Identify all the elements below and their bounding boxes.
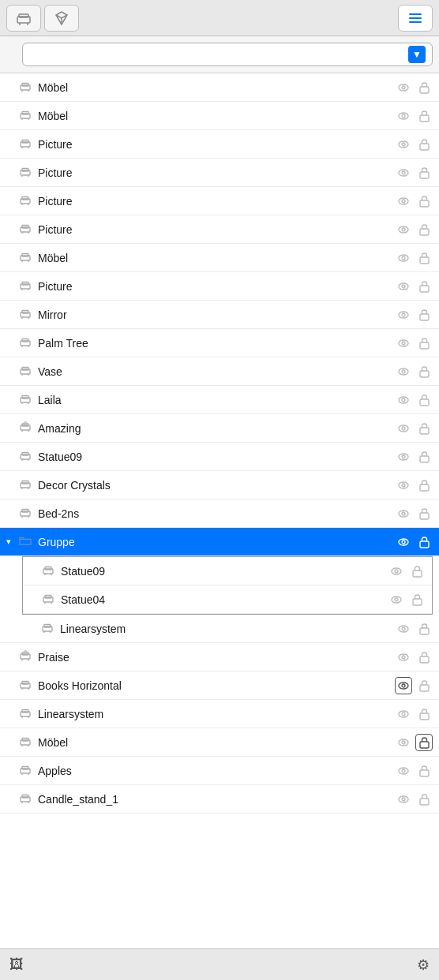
visibility-icon[interactable] (395, 505, 412, 522)
lock-icon[interactable] (415, 79, 433, 96)
list-item[interactable]: Palm Tree (0, 329, 439, 357)
lock-icon[interactable] (415, 164, 433, 181)
visibility-icon[interactable] (395, 249, 412, 267)
list-item[interactable]: Praise (0, 643, 439, 671)
furniture-icon (19, 364, 33, 379)
lock-icon[interactable] (415, 193, 433, 210)
visibility-icon[interactable] (395, 79, 412, 96)
list-item[interactable]: Picture (0, 159, 439, 187)
lock-icon[interactable] (415, 734, 433, 751)
item-actions (395, 505, 433, 522)
visibility-icon[interactable] (395, 107, 412, 125)
visibility-icon[interactable] (388, 591, 405, 608)
lock-icon[interactable] (408, 563, 426, 580)
lock-icon[interactable] (415, 420, 433, 437)
visibility-icon[interactable] (395, 649, 412, 666)
lock-icon[interactable] (415, 477, 433, 494)
list-item[interactable]: Apples (0, 757, 439, 785)
svg-point-176 (399, 768, 408, 774)
list-item[interactable]: Linearsystem (0, 700, 439, 728)
lock-icon[interactable] (415, 677, 433, 694)
lock-icon[interactable] (415, 533, 433, 551)
list-item[interactable]: Picture (0, 130, 439, 159)
list-item[interactable]: ▾ Gruppe (0, 528, 439, 556)
list-item[interactable]: Möbel (0, 244, 439, 272)
lock-icon[interactable] (415, 391, 433, 409)
item-label: Picture (38, 280, 392, 293)
floor-dropdown[interactable]: ▼ (22, 43, 433, 66)
list-item[interactable]: Statue09 (23, 557, 432, 585)
visibility-icon[interactable] (395, 221, 412, 238)
lock-icon[interactable] (415, 791, 433, 808)
list-item[interactable]: Möbel (0, 73, 439, 102)
lock-icon[interactable] (415, 620, 433, 638)
visibility-icon[interactable] (395, 448, 412, 466)
lock-icon[interactable] (415, 221, 433, 238)
lock-icon[interactable] (408, 591, 426, 608)
lock-icon[interactable] (415, 107, 433, 125)
lock-icon[interactable] (415, 306, 433, 324)
furniture-icon (19, 506, 33, 521)
visibility-icon[interactable] (395, 278, 412, 295)
visibility-icon[interactable] (395, 734, 412, 751)
svg-rect-180 (22, 795, 28, 799)
list-item[interactable]: Statue09 (0, 443, 439, 471)
visibility-icon[interactable] (395, 477, 412, 494)
visibility-icon[interactable] (395, 363, 412, 380)
svg-point-116 (399, 511, 408, 517)
material-view-btn[interactable] (44, 5, 79, 32)
visibility-icon[interactable] (388, 563, 405, 580)
list-item[interactable]: Statue04 (23, 585, 432, 614)
list-item[interactable]: Möbel (0, 102, 439, 130)
lock-icon[interactable] (415, 249, 433, 267)
list-item[interactable]: Möbel (0, 728, 439, 757)
list-item[interactable]: Candle_stand_1 (0, 785, 439, 814)
visibility-icon[interactable] (395, 677, 412, 694)
lock-icon[interactable] (415, 363, 433, 380)
lock-icon[interactable] (415, 505, 433, 522)
visibility-icon[interactable] (395, 705, 412, 723)
visibility-icon[interactable] (395, 193, 412, 210)
svg-point-74 (399, 340, 408, 346)
list-item[interactable]: Mirror (0, 301, 439, 329)
svg-point-61 (402, 285, 405, 288)
lock-icon[interactable] (415, 335, 433, 352)
lock-icon[interactable] (415, 278, 433, 295)
visibility-icon[interactable] (395, 533, 412, 551)
visibility-icon[interactable] (395, 391, 412, 409)
list-item[interactable]: Picture (0, 215, 439, 244)
list-item[interactable]: Books Horizontal (0, 671, 439, 700)
lock-icon[interactable] (415, 448, 433, 466)
visibility-icon[interactable] (395, 306, 412, 324)
list-view-btn[interactable] (398, 5, 433, 32)
svg-point-110 (402, 484, 405, 487)
list-item[interactable]: Bed-2ns (0, 499, 439, 528)
svg-rect-122 (420, 541, 429, 548)
list-item[interactable]: Amazing (0, 414, 439, 443)
visibility-icon[interactable] (395, 762, 412, 780)
visibility-icon[interactable] (395, 164, 412, 181)
item-label: Picture (38, 223, 392, 236)
gear-icon[interactable]: ⚙ (417, 956, 430, 974)
lock-icon[interactable] (415, 649, 433, 666)
list-item[interactable]: Linearsystem (0, 615, 439, 643)
visibility-icon[interactable] (395, 791, 412, 808)
list-item[interactable]: Vase (0, 357, 439, 386)
list-item[interactable]: Laila (0, 386, 439, 414)
item-label: Candle_stand_1 (38, 793, 392, 806)
visibility-icon[interactable] (395, 620, 412, 638)
visibility-icon[interactable] (395, 136, 412, 153)
lock-icon[interactable] (415, 136, 433, 153)
visibility-icon[interactable] (395, 420, 412, 437)
lock-icon[interactable] (415, 705, 433, 723)
lock-icon[interactable] (415, 762, 433, 780)
visibility-icon[interactable] (395, 335, 412, 352)
floor-dropdown-arrow-btn[interactable]: ▼ (408, 46, 426, 63)
list-item[interactable]: Picture (0, 187, 439, 215)
furniture-view-btn[interactable] (6, 5, 41, 32)
list-item[interactable]: Picture (0, 272, 439, 301)
item-actions (388, 591, 426, 608)
image-icon[interactable]: 🖼 (9, 956, 24, 973)
svg-rect-43 (22, 226, 28, 229)
list-item[interactable]: Decor Crystals (0, 471, 439, 499)
